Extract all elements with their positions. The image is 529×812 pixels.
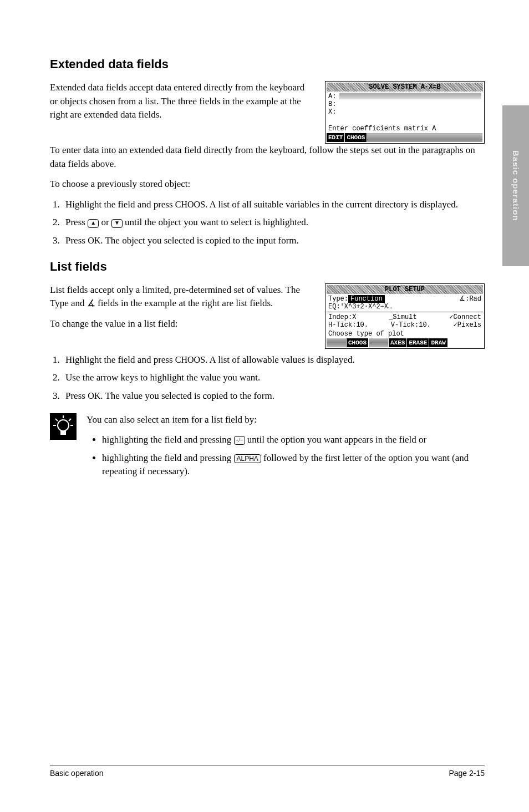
screen2-menubar: CHOOS AXES ERASE DRAW [327,338,483,347]
tip-lead: You can also select an item for a list f… [87,413,485,427]
list-step-2: Use the arrow keys to highlight the valu… [62,371,485,385]
extended-step-2: Press ▲ or ▼ until the object you want t… [62,216,485,230]
key-choos-2: CHOOS [175,355,205,364]
key-alpha: ALPHA [234,454,261,463]
tip-bullet-1: highlighting the field and pressing +/− … [102,433,485,447]
extended-steps-list: Highlight the field and press CHOOS. A l… [50,198,485,248]
extended-step-3: Press OK. The object you selected is cop… [62,234,485,248]
list-step-1: Highlight the field and press CHOOS. A l… [62,353,485,367]
screen1-help: Enter coefficients matrix A [327,124,483,133]
key-up-icon: ▲ [88,219,99,228]
list-step-3: Press OK. The value you selected is copi… [62,389,485,403]
screen2-simult: _Simult [389,313,416,321]
extended-p3: To choose a previously stored object: [50,177,485,191]
screen2-connect: ✓Connect [449,313,481,321]
screen1-row-a: A: [328,93,336,100]
key-plusminus-icon: +/− [234,436,245,445]
tip-bullets: highlighting the field and pressing +/− … [87,433,485,479]
key-ok-2: OK [88,391,100,400]
key-choos: CHOOS [175,200,205,209]
screen2-menu-axes: AXES [389,338,407,347]
screen2-angle: ∡:Rad [459,295,481,303]
page-footer: Basic operation Page 2-15 [50,765,485,779]
screen1-menubar: EDIT CHOOS [327,133,483,142]
extended-step-1: Highlight the field and press CHOOS. A l… [62,198,485,212]
screen1-title: SOLVE SYSTEM A·X=B [327,83,483,92]
footer-right: Page 2-15 [449,768,485,779]
screenshot-plot-setup: PLOT SETUP Type:Function ∡:Rad EQ:'X^3+2… [325,283,485,349]
screen2-indep: Indep:X [328,313,356,321]
extended-p2: To enter data into an extended data fiel… [50,144,485,171]
list-intro: List fields accept only a limited, pre-d… [50,283,314,311]
heading-list: List fields [50,258,485,276]
screen2-type-value: Function [348,295,385,303]
screen2-type-label: Type: [328,295,348,303]
heading-extended: Extended data fields [50,55,485,73]
screen1-field-a-highlight [339,93,481,99]
screen2-menu-draw: DRAW [429,338,447,347]
screen2-eq: EQ:'X^3+2·X^2−X… [328,303,392,311]
key-down-icon: ▼ [111,219,123,228]
list-p2: To change the value in a list field: [50,317,314,331]
screen1-menu-choos: CHOOS [345,133,367,142]
svg-rect-7 [61,431,65,434]
screenshot-solve-system: SOLVE SYSTEM A·X=B A: B: X: Enter coeffi… [325,81,485,144]
screen1-menu-edit: EDIT [327,133,345,142]
screen1-row-x: X: [328,108,336,116]
tip-lightbulb-icon [50,413,77,440]
screen2-help: Choose type of plot [327,329,483,338]
screen1-row-b: B: [328,100,336,108]
screen2-htick: H-Tick:10. [328,321,368,329]
tip-bullet-2: highlighting the field and pressing ALPH… [102,451,485,479]
footer-left: Basic operation [50,768,104,779]
screen1-menu-blank [367,133,483,142]
list-steps-list: Highlight the field and press CHOOS. A l… [50,353,485,403]
extended-intro: Extended data fields accept data entered… [50,81,314,122]
side-tab-label: Basic operation [510,150,522,221]
screen2-menu-choos: CHOOS [347,338,369,347]
screen2-title: PLOT SETUP [327,285,483,294]
key-ok: OK [88,236,100,245]
screen2-pixels: ✓Pixels [454,321,481,329]
side-tab: Basic operation [502,105,529,266]
screen2-menu-erase: ERASE [407,338,429,347]
screen2-vtick: V-Tick:10. [391,321,431,329]
